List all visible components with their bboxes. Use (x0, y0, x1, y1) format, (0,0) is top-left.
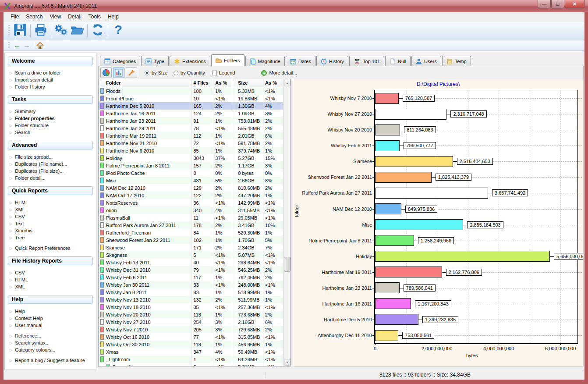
sidebar-item-scan-a-drive-or-folder[interactable]: ▷Scan a drive or folder (8, 69, 93, 76)
table-row[interactable]: PlasmaBall 11 <1% 29.05MB <1% (99, 214, 283, 221)
menu-help[interactable]: Help (104, 13, 122, 21)
table-row[interactable]: Misc 431 5% 2.66GB 8% (99, 177, 283, 184)
sidebar-item-import-scan-detail[interactable]: ▷Import scan detail (8, 76, 93, 83)
table-row[interactable]: Whisby Jan 8 2011 83 1% 518.99MB 1% (99, 288, 283, 296)
save-button[interactable] (12, 23, 28, 38)
help-button[interactable]: ? (110, 23, 126, 38)
menu-detail[interactable]: Detail (64, 13, 85, 21)
column-files-pct[interactable]: As % (213, 79, 232, 87)
table-row[interactable]: Sherwood Forest Jan 22 2011 102 1% 1.70G… (99, 236, 283, 244)
table-row[interactable]: From iPhone 10 <1% 19.86MB <1% (99, 95, 283, 102)
table-row[interactable]: NottsReserves 36 <1% 142.99MB <1% (99, 199, 283, 206)
column-size-pct[interactable]: As % (263, 79, 283, 87)
maximize-button[interactable]: □ (551, 0, 564, 8)
table-row[interactable]: Hartholme Mar 19 2011 112 1% 2.01GB 6% (99, 132, 283, 139)
sidebar-item-folder-properties[interactable]: ▷Folder properties (8, 115, 93, 122)
sidebar-item-text[interactable]: ▷Text (8, 220, 93, 227)
table-row[interactable]: Holiday 3043 37% 5.27GB 15% (99, 154, 283, 162)
pie-chart-button[interactable] (100, 68, 112, 78)
sidebar-item-category-colours-[interactable]: ▷Category colours... (8, 346, 93, 353)
table-row[interactable]: Whisby Jan 30 2011 33 <1% 248.00MB <1% (99, 281, 283, 288)
menu-view[interactable]: View (46, 13, 64, 21)
tab-extensions[interactable]: Extensions (170, 56, 210, 66)
table-row[interactable]: Skegness 5 <1% 5.07MB <1% (99, 251, 283, 259)
sidebar-item-duplicates-file-size-[interactable]: ▷Duplicates (File size)... (8, 167, 93, 174)
by-size-radio[interactable] (145, 71, 149, 75)
minimize-button[interactable]: — (538, 0, 551, 8)
menu-search[interactable]: Search (22, 13, 46, 21)
table-row[interactable]: NAM Dec 12 2010 129 2% 810.60MB 2% (99, 184, 283, 192)
table-row[interactable]: Competition 3 <1% 5.81MB <1% (99, 363, 283, 366)
table-row[interactable]: Hartholme Jan 29 2011 78 <1% 555.48MB 2% (99, 124, 283, 132)
sidebar-item-search[interactable]: ▷Search (8, 129, 93, 136)
table-row[interactable]: NAM Oct 17 2010 122 2% 447.20MB 1% (99, 192, 283, 199)
table-row[interactable]: Whisby Feb 6 2011 117 1% 762.46MB 2% (99, 274, 283, 281)
print-button[interactable] (33, 23, 49, 38)
table-row[interactable]: iPod Photo Cache 0 0% 0 bytes 0% (99, 169, 283, 177)
sidebar-item-summary[interactable]: ▷Summary (8, 108, 93, 115)
tab-top-101[interactable]: TOP101Top 101 (349, 56, 384, 66)
legend-checkbox[interactable] (212, 71, 217, 75)
refresh-button[interactable] (90, 23, 106, 38)
table-row[interactable]: Whisby Oct 30 2010 118 1% 456.96MB 1% (99, 341, 283, 348)
chart-options-button[interactable] (126, 68, 137, 78)
table-row[interactable]: Rufford Park Aurora Jan 27 2011 178 2% 3… (99, 221, 283, 229)
sidebar-item-duplicates-file-name-[interactable]: ▷Duplicates (File name)... (8, 160, 93, 167)
tab-type[interactable]: Type (141, 56, 169, 66)
sidebar-item-search-syntax-[interactable]: ▷Search syntax... (8, 339, 93, 346)
sidebar-item-xml[interactable]: ▷XML (8, 206, 93, 213)
table-row[interactable]: Whisby Nov 27 2010 254 3% 2.16GB 6% (99, 318, 283, 326)
table-row[interactable]: _Lightroom 1 <1% 64.28MB <1% (99, 356, 283, 363)
table-row[interactable]: Hartholme Nov 6 2010 85 1% 379.74MB 1% (99, 147, 283, 154)
column-size[interactable]: Size (236, 79, 263, 87)
tab-dates[interactable]: Dates (286, 56, 315, 66)
table-row[interactable]: Whisby Nov 20 2010 113 1% 773.68MB 2% (99, 311, 283, 318)
sidebar-item-report-a-bug-suggest-a-feature[interactable]: ▷Report a bug / Suggest a feature (8, 357, 93, 364)
tab-categories[interactable]: Categories (100, 56, 140, 66)
sidebar-item-reference-[interactable]: ▷Reference... (8, 332, 93, 339)
sidebar-item-folder-history[interactable]: ▷Folder History (8, 83, 93, 90)
sidebar-item-csv[interactable]: ▷CSV (8, 213, 93, 220)
tab-history[interactable]: History (316, 56, 348, 66)
table-header[interactable]: Folder # Files As % Size As % (99, 79, 283, 87)
menu-file[interactable]: File (7, 13, 22, 21)
table-row[interactable]: Whisby Nov 13 2010 132 2% 511.99MB 1% (99, 296, 283, 303)
sidebar-item-xml[interactable]: ▷XML (8, 283, 93, 290)
more-detail-button[interactable]: + More detail... (261, 70, 297, 76)
table-row[interactable]: Hartholme Jan 16 2011 124 2% 1.09GB 3% (99, 110, 283, 117)
home-icon[interactable] (36, 42, 44, 49)
table-row[interactable]: Whisby Nov 7 2010 205 3% 729.68MB 2% (99, 326, 283, 333)
table-row[interactable]: Rutherford_Freeman 84 1% 520.30MB 1% (99, 229, 283, 236)
table-row[interactable]: Siamese 171 2% 2.34GB 7% (99, 244, 283, 251)
scroll-down-icon[interactable]: ▼ (284, 359, 290, 366)
sidebar-item-quick-report-preferences[interactable]: ▷Quick Report Preferences (8, 245, 93, 252)
table-row[interactable]: Whisby Dec 31 2010 79 <1% 546.25MB 2% (99, 266, 283, 274)
scroll-up-icon[interactable]: ▲ (284, 80, 290, 86)
table-row[interactable]: Whisby Oct 16 2010 77 <1% 315.05MB <1% (99, 333, 283, 341)
table-scrollbar[interactable]: ▲ ▼ (283, 79, 290, 366)
table-row[interactable]: Hartholme Jan 23 2011 91 1% 753.01MB 2% (99, 117, 283, 124)
sidebar-item-help[interactable]: ▷Help (8, 308, 93, 315)
forward-icon[interactable]: → (22, 42, 32, 50)
sidebar-item-context-help[interactable]: ▷Context Help (8, 315, 93, 322)
tab-folders[interactable]: Folders (211, 54, 244, 66)
tab-null[interactable]: Null (385, 56, 411, 66)
tab-temp[interactable]: Temp (442, 56, 471, 66)
open-folder-button[interactable] (69, 23, 85, 38)
sidebar-item-csv[interactable]: ▷CSV (8, 269, 93, 276)
tab-magnitude[interactable]: Magnitude (245, 56, 285, 66)
table-row[interactable]: Xmas 347 4% 59.49MB <1% (99, 348, 283, 356)
column-folder[interactable]: Folder (99, 79, 191, 87)
table-row[interactable]: Holme Pierrepoint Jan 8 2011 157 2% 1.17… (99, 162, 283, 169)
sidebar-item-folder-detail-[interactable]: ▷Folder detail... (8, 174, 93, 181)
sidebar-item-tree[interactable]: ▷Tree (8, 234, 93, 241)
table-row[interactable]: Whibsy Feb 13 2011 40 <1% 298.64MB <1% (99, 259, 283, 266)
close-button[interactable]: ✕ (565, 0, 584, 8)
table-row[interactable]: Hartholme Dec 5 2010 165 2% 1.30GB 4% (99, 102, 283, 110)
table-row[interactable]: orion 340 4% 311.55MB <1% (99, 206, 283, 214)
sidebar-item-file-size-spread-[interactable]: ▷File size spread... (8, 153, 93, 160)
sidebar-item-html[interactable]: ▷HTML (8, 276, 93, 283)
settings-gears-button[interactable] (53, 23, 69, 38)
sidebar-item-html[interactable]: ▷HTML (8, 199, 93, 206)
sidebar-item-folder-structure[interactable]: ▷Folder structure (8, 122, 93, 129)
